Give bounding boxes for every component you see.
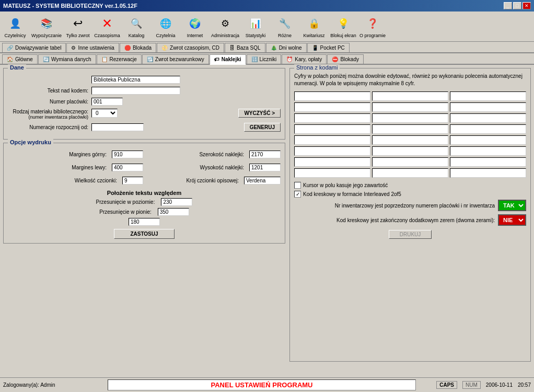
- barcode-r7c2[interactable]: [372, 157, 448, 167]
- tab-liczniki[interactable]: 🔢 Liczniki: [247, 54, 282, 64]
- tab-kary-oplaty[interactable]: ⏰ Kary, opłaty: [282, 54, 327, 64]
- przesuniecie-poziomie-input[interactable]: [161, 198, 192, 206]
- tekst-nad-kodem-input1[interactable]: [91, 76, 180, 84]
- toolbar: 👤 Czytelnicy 📚 Wypożyczanie ↩ Tylko zwro…: [0, 11, 534, 42]
- inne-ustawienia-icon: ⚙: [71, 45, 76, 51]
- barcode-r5c2[interactable]: [372, 135, 448, 145]
- generuj-button[interactable]: GENERUJ: [244, 123, 281, 132]
- dodatkowe-input[interactable]: [129, 218, 160, 226]
- barcode-r2c2[interactable]: [372, 102, 448, 112]
- katalog-label: Katalog: [129, 33, 145, 38]
- kod-zakoczony-select[interactable]: NIE TAK: [498, 214, 526, 226]
- toolbar-rozne[interactable]: 🔧 Różne: [272, 15, 298, 38]
- kod-kreskowy-row: ✓ Kod kreskowy w formacie Interleaved 2o…: [294, 191, 526, 198]
- tab-baza-sql[interactable]: 🗄 Baza SQL: [225, 43, 265, 52]
- barcode-r2c3[interactable]: [450, 102, 526, 112]
- czasopisma-label: Czasopisma: [94, 33, 120, 38]
- tab-blokady[interactable]: ⛔ Blokady: [327, 54, 364, 64]
- barcode-r4c2[interactable]: [372, 124, 448, 134]
- wypozyczanie-icon: 📚: [38, 15, 55, 32]
- barcode-r8c2[interactable]: [372, 168, 448, 178]
- rezerwacje-label: Rezerwacje: [110, 56, 137, 62]
- toolbar-czytelnicy[interactable]: 👤 Czytelnicy: [2, 15, 28, 38]
- tab-rezerwacje[interactable]: 📋 Rezerwacje: [97, 54, 142, 64]
- tab-pocket-pc[interactable]: 📱 Pocket PC: [307, 43, 350, 52]
- wyczysc-button[interactable]: WYCZYŚĆ >: [238, 109, 281, 118]
- barcode-r8c1[interactable]: [294, 168, 370, 178]
- barcode-r1c3[interactable]: [450, 91, 526, 101]
- barcode-r3c3[interactable]: [450, 113, 526, 123]
- kary-icon: ⏰: [286, 56, 293, 62]
- tab-dowiazywanie[interactable]: 🔗 Dowiązywanie tabel: [2, 43, 66, 52]
- barcode-r5c3[interactable]: [450, 135, 526, 145]
- kod-kreskowy-label: Kod kreskowy w formacie Interleaved 2of5: [303, 191, 401, 197]
- toolbar-wypozyczanie[interactable]: 📚 Wypożyczanie: [31, 15, 62, 38]
- barcode-r3c2[interactable]: [372, 113, 448, 123]
- barcode-r6c1[interactable]: [294, 146, 370, 156]
- barcode-r6c2[interactable]: [372, 146, 448, 156]
- barcode-r7c3[interactable]: [450, 157, 526, 167]
- kursor-checkbox[interactable]: [294, 182, 301, 189]
- toolbar-czasopisma[interactable]: ✕ Czasopisma: [94, 15, 120, 38]
- toolbar-czytelnia[interactable]: 🌐 Czytelnia: [153, 15, 179, 38]
- zwrot-icon: 📀: [161, 45, 168, 51]
- inne-ustawienia-label: Inne ustawienia: [78, 45, 114, 51]
- nr-inwentarzowy-select[interactable]: TAK NIE: [498, 200, 526, 211]
- toolbar-tylko-zwrot[interactable]: ↩ Tylko zwrot: [65, 15, 91, 38]
- margines-gorny-input[interactable]: [112, 151, 143, 158]
- numer-placowki-input[interactable]: [91, 98, 123, 106]
- close-button[interactable]: ✕: [523, 2, 531, 9]
- toolbar-administracja[interactable]: ⚙ Administracja: [211, 15, 239, 38]
- maximize-button[interactable]: □: [513, 2, 521, 9]
- barcode-r1c1[interactable]: [294, 91, 370, 101]
- drukuj-button[interactable]: DRUKUJ: [389, 230, 432, 239]
- tylko-zwrot-icon: ↩: [69, 15, 86, 32]
- naklejki-icon: 🏷: [214, 56, 219, 62]
- barcode-r4c3[interactable]: [450, 124, 526, 134]
- status-panel-label: PANEL USTAWIEŃ PROGRAMU: [108, 379, 416, 390]
- tab-inne-ustawienia[interactable]: ⚙ Inne ustawienia: [66, 43, 119, 52]
- numeracje-input[interactable]: [91, 123, 144, 131]
- barcode-r4c1[interactable]: [294, 124, 370, 134]
- zastosuj-button[interactable]: ZASTOSUJ: [114, 229, 174, 239]
- tekst-nad-kodem-input2[interactable]: [91, 87, 180, 95]
- rodzaj-select[interactable]: 0 1: [91, 109, 118, 118]
- toolbar-katalog[interactable]: 🔍 Katalog: [123, 15, 149, 38]
- toolbar-statystyki[interactable]: 📊 Statystyki: [242, 15, 269, 38]
- tab-zwrot-czasopism[interactable]: 📀 Zwrot czasopism, CD: [157, 43, 224, 52]
- barcode-r1c2[interactable]: [372, 91, 448, 101]
- wielkosc-input[interactable]: [122, 177, 143, 185]
- toolbar-blokuj-ekran[interactable]: 💡 Blokuj ekran: [330, 15, 356, 38]
- szerokosc-input[interactable]: [249, 151, 281, 158]
- barcode-r3c1[interactable]: [294, 113, 370, 123]
- barcode-r2c1[interactable]: [294, 102, 370, 112]
- polozenie-section: Położenie tekstu względem Przesunięcie w…: [8, 190, 281, 239]
- tab-naklejki[interactable]: 🏷 Naklejki: [210, 54, 246, 65]
- tab-zwrot-bezwarunkowy[interactable]: 🔃 Zwrot bezwarunkowy: [142, 54, 209, 64]
- kod-kreskowy-checkbox[interactable]: ✓: [294, 191, 301, 198]
- barcode-r7c1[interactable]: [294, 157, 370, 167]
- tab-wymiana-danych[interactable]: 🔄 Wymiana danych: [38, 54, 96, 64]
- wysokosc-input[interactable]: [249, 164, 281, 171]
- administracja-label: Administracja: [211, 33, 239, 38]
- toolbar-kwitariusz[interactable]: 🔒 Kwitariusz: [301, 15, 327, 38]
- katalog-icon: 🔍: [128, 15, 145, 32]
- tab-glowne[interactable]: 🏠 Główne: [2, 54, 38, 64]
- dni-wolne-icon: 🎄: [271, 45, 277, 51]
- toolbar-o-programie[interactable]: ❓ O programie: [359, 15, 386, 38]
- title-bar: MATEUSZ - SYSTEM BIBLIOTECZNY ver.1.05.1…: [0, 0, 534, 11]
- title-bar-buttons[interactable]: _ □ ✕: [504, 2, 531, 9]
- przesuniecie-pionie-input[interactable]: [158, 208, 189, 216]
- margines-lewy-input[interactable]: [112, 164, 143, 171]
- przesuniecie-pionie-label: Przesunięcie w pionie:: [99, 209, 155, 215]
- toolbar-internet[interactable]: 🌍 Internet: [182, 15, 208, 38]
- kroj-input[interactable]: [244, 177, 281, 185]
- tab-blokada[interactable]: 🛑 Blokada: [120, 43, 156, 52]
- tab-dni-wolne[interactable]: 🎄 Dni wolne: [266, 43, 307, 52]
- barcode-r8c3[interactable]: [450, 168, 526, 178]
- barcode-r5c1[interactable]: [294, 135, 370, 145]
- tekst-nad-kodem-label: Tekst nad kodem:: [8, 88, 91, 94]
- barcode-r6c3[interactable]: [450, 146, 526, 156]
- minimize-button[interactable]: _: [504, 2, 512, 9]
- main-content: Dane Tekst nad kodem: Numer placówki: Ro…: [0, 65, 534, 365]
